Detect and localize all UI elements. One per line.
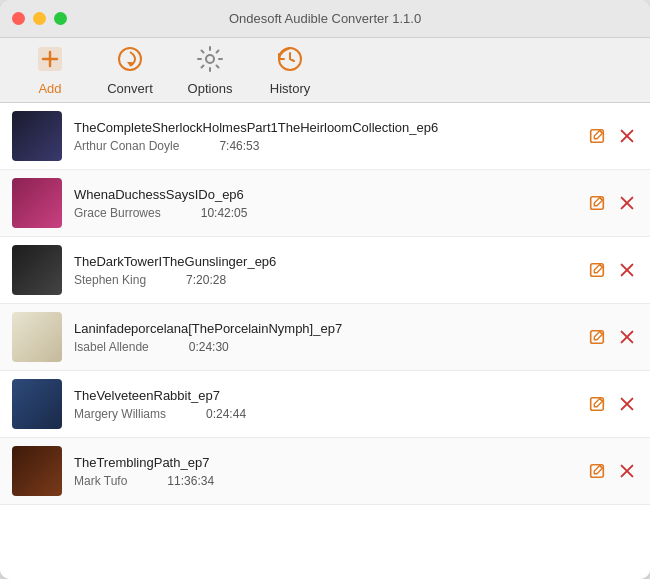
book-title: TheDarkTowerITheGunslinger_ep6 [74,254,576,269]
edit-button[interactable] [586,326,608,348]
book-meta: Mark Tufo 11:36:34 [74,474,576,488]
options-label: Options [188,81,233,96]
book-author: Grace Burrowes [74,206,161,220]
book-thumbnail [12,379,62,429]
book-info: WhenaDuchessSaysIDo_ep6 Grace Burrowes 1… [74,187,576,220]
book-info: Laninfadeporcelana[ThePorcelainNymph]_ep… [74,321,576,354]
book-meta: Arthur Conan Doyle 7:46:53 [74,139,576,153]
row-actions [586,259,638,281]
book-thumbnail [12,111,62,161]
minimize-button[interactable] [33,12,46,25]
book-author: Isabel Allende [74,340,149,354]
toolbar: Add Convert Options [0,38,650,103]
edit-button[interactable] [586,259,608,281]
book-duration: 7:20:28 [186,273,226,287]
book-author: Mark Tufo [74,474,127,488]
toolbar-options[interactable]: Options [180,44,240,96]
book-duration: 7:46:53 [219,139,259,153]
book-title: TheTremblingPath_ep7 [74,455,576,470]
close-button[interactable] [12,12,25,25]
list-item: TheVelveteenRabbit_ep7 Margery Williams … [0,371,650,438]
app-window: Ondesoft Audible Converter 1.1.0 Add Con… [0,0,650,579]
window-controls [12,12,67,25]
book-title: TheVelveteenRabbit_ep7 [74,388,576,403]
list-item: TheCompleteSherlockHolmesPart1TheHeirloo… [0,103,650,170]
add-icon [35,44,65,79]
gear-icon [195,44,225,79]
edit-button[interactable] [586,393,608,415]
book-thumbnail [12,178,62,228]
book-info: TheCompleteSherlockHolmesPart1TheHeirloo… [74,120,576,153]
history-icon [275,44,305,79]
add-label: Add [38,81,61,96]
book-thumbnail [12,446,62,496]
delete-button[interactable] [616,460,638,482]
delete-button[interactable] [616,125,638,147]
book-list: TheCompleteSherlockHolmesPart1TheHeirloo… [0,103,650,579]
svg-point-2 [206,55,214,63]
convert-icon [115,44,145,79]
list-item: TheDarkTowerITheGunslinger_ep6 Stephen K… [0,237,650,304]
book-info: TheVelveteenRabbit_ep7 Margery Williams … [74,388,576,421]
window-title: Ondesoft Audible Converter 1.1.0 [229,11,421,26]
list-item: TheTremblingPath_ep7 Mark Tufo 11:36:34 [0,438,650,505]
list-item: WhenaDuchessSaysIDo_ep6 Grace Burrowes 1… [0,170,650,237]
book-meta: Isabel Allende 0:24:30 [74,340,576,354]
book-author: Arthur Conan Doyle [74,139,179,153]
book-info: TheDarkTowerITheGunslinger_ep6 Stephen K… [74,254,576,287]
book-duration: 0:24:30 [189,340,229,354]
edit-button[interactable] [586,125,608,147]
edit-button[interactable] [586,460,608,482]
toolbar-convert[interactable]: Convert [100,44,160,96]
book-meta: Grace Burrowes 10:42:05 [74,206,576,220]
history-label: History [270,81,310,96]
row-actions [586,326,638,348]
book-title: TheCompleteSherlockHolmesPart1TheHeirloo… [74,120,576,135]
book-author: Margery Williams [74,407,166,421]
list-item: Laninfadeporcelana[ThePorcelainNymph]_ep… [0,304,650,371]
delete-button[interactable] [616,259,638,281]
book-title: WhenaDuchessSaysIDo_ep6 [74,187,576,202]
toolbar-add[interactable]: Add [20,44,80,96]
row-actions [586,125,638,147]
delete-button[interactable] [616,192,638,214]
delete-button[interactable] [616,393,638,415]
svg-point-1 [119,48,141,70]
book-info: TheTremblingPath_ep7 Mark Tufo 11:36:34 [74,455,576,488]
title-bar: Ondesoft Audible Converter 1.1.0 [0,0,650,38]
row-actions [586,393,638,415]
book-thumbnail [12,245,62,295]
delete-button[interactable] [616,326,638,348]
maximize-button[interactable] [54,12,67,25]
row-actions [586,192,638,214]
convert-label: Convert [107,81,153,96]
row-actions [586,460,638,482]
toolbar-history[interactable]: History [260,44,320,96]
book-duration: 0:24:44 [206,407,246,421]
edit-button[interactable] [586,192,608,214]
book-duration: 10:42:05 [201,206,248,220]
book-meta: Margery Williams 0:24:44 [74,407,576,421]
book-title: Laninfadeporcelana[ThePorcelainNymph]_ep… [74,321,576,336]
book-thumbnail [12,312,62,362]
book-author: Stephen King [74,273,146,287]
book-duration: 11:36:34 [167,474,214,488]
book-meta: Stephen King 7:20:28 [74,273,576,287]
